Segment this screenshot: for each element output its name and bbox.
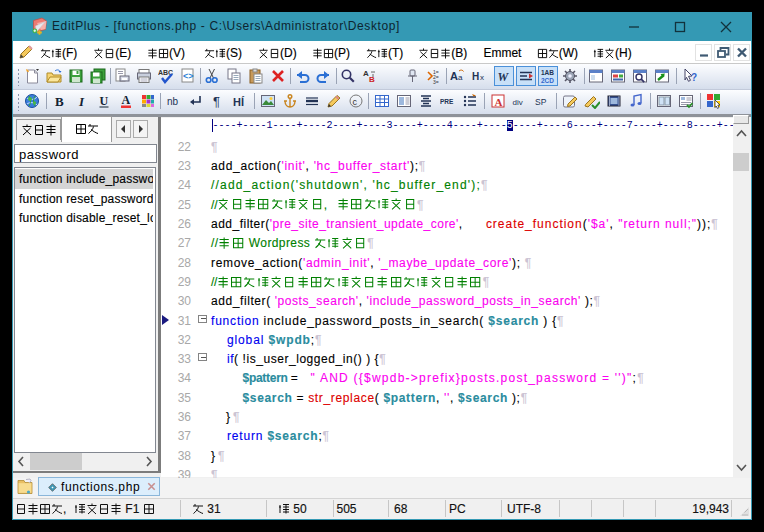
svg-text:U: U (100, 94, 109, 108)
svg-text:A: A (495, 96, 503, 108)
svg-text:<>: <> (183, 71, 194, 81)
svg-text:B: B (369, 75, 375, 84)
svg-text:H: H (472, 71, 479, 82)
svg-text:I: I (78, 94, 85, 109)
svg-text:2CD: 2CD (541, 77, 554, 84)
svg-text:PRE: PRE (440, 98, 454, 105)
svg-text:A: A (450, 70, 458, 82)
svg-text:SP: SP (535, 97, 547, 107)
svg-text:?: ? (691, 72, 697, 83)
svg-text:A: A (122, 93, 131, 107)
svg-text:x: x (480, 73, 484, 82)
svg-text:HÍ: HÍ (233, 96, 245, 108)
svg-text:div: div (513, 98, 523, 107)
svg-text:1AB: 1AB (541, 69, 554, 76)
svg-text:a: a (458, 73, 463, 82)
svg-text:W: W (498, 70, 510, 84)
svg-text:¶: ¶ (213, 94, 220, 109)
svg-text:c: c (353, 97, 358, 107)
svg-text:nb: nb (167, 96, 179, 107)
svg-text:B: B (55, 94, 64, 109)
svg-text:3=: 3= (433, 79, 439, 85)
